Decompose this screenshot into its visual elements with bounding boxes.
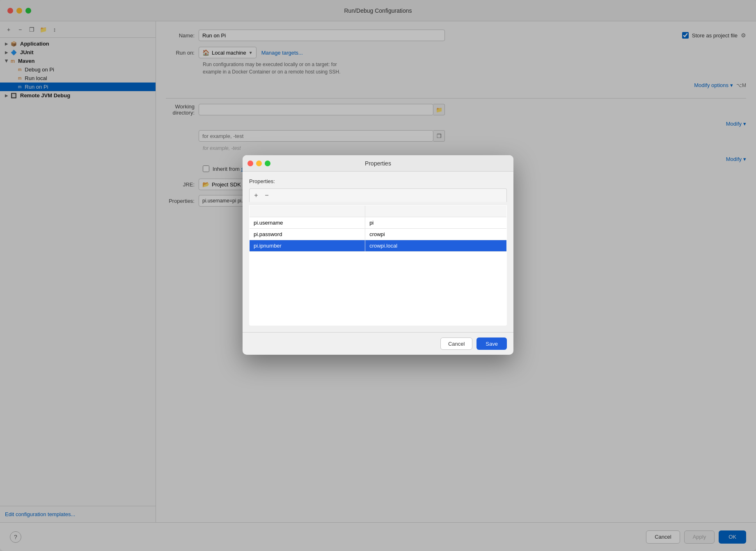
modal-close-button[interactable]	[247, 161, 253, 166]
modal-title: Properties	[365, 160, 391, 167]
modal-max-button[interactable]	[265, 161, 270, 166]
property-value[interactable]: crowpi	[365, 229, 507, 240]
modal-content: Properties: + −	[243, 172, 513, 332]
table-row[interactable]: pi.ipnumber crowpi.local	[250, 240, 507, 252]
col-header-value	[365, 206, 507, 217]
modal-save-button[interactable]: Save	[477, 337, 507, 350]
remove-property-button[interactable]: −	[262, 191, 272, 200]
table-row-empty	[250, 252, 507, 326]
add-property-button[interactable]: +	[251, 191, 261, 200]
modal-toolbar: + −	[249, 188, 507, 202]
property-key[interactable]: pi.username	[250, 217, 365, 229]
properties-table: pi.username pi pi.password crowpi pi.ipn…	[249, 205, 507, 326]
modal-window-controls	[247, 161, 270, 166]
property-key[interactable]: pi.ipnumber	[250, 240, 365, 252]
modal-min-button[interactable]	[256, 161, 262, 166]
property-value[interactable]: pi	[365, 217, 507, 229]
modal-title-bar: Properties	[243, 155, 513, 172]
modal-cancel-button[interactable]: Cancel	[440, 337, 472, 350]
modal-footer: Cancel Save	[243, 332, 513, 355]
properties-modal: Properties Properties: + −	[243, 155, 513, 355]
table-row[interactable]: pi.username pi	[250, 217, 507, 229]
col-header-key	[250, 206, 365, 217]
modal-overlay: Properties Properties: + −	[0, 0, 756, 551]
table-row[interactable]: pi.password crowpi	[250, 229, 507, 240]
modal-section-title: Properties:	[249, 178, 507, 184]
property-key[interactable]: pi.password	[250, 229, 365, 240]
property-value[interactable]: crowpi.local	[365, 240, 507, 252]
